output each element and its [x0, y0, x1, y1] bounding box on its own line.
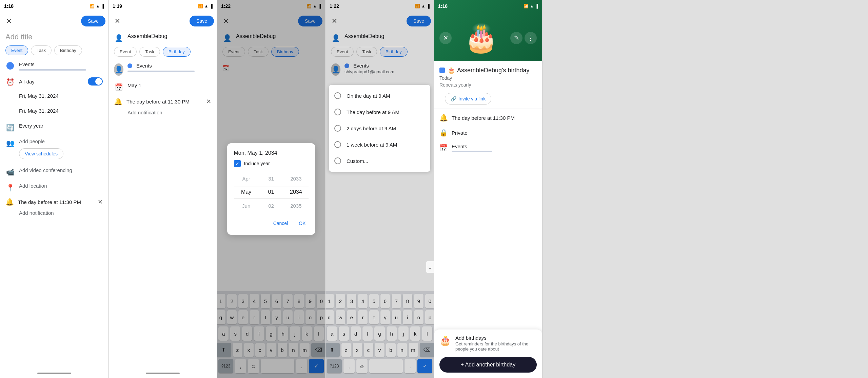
- year-col[interactable]: 2033 2034 2035: [283, 172, 308, 213]
- add-people-content: Add people View schedules: [19, 138, 103, 160]
- header-right-icons: ✎ ⋮: [510, 32, 537, 44]
- include-year-checkbox[interactable]: ✓: [234, 160, 241, 167]
- invite-label: Invite via link: [458, 96, 486, 101]
- time-5: 1:18: [438, 3, 448, 9]
- notif-option-4[interactable]: 1 week before at 9 AM: [329, 136, 430, 153]
- bottom-nav-1: [0, 368, 108, 378]
- add-another-birthday-btn[interactable]: + Add another birthday: [439, 357, 537, 368]
- date2-label: Fri, May 31, 2024: [19, 108, 59, 114]
- notif-options-box: On the day at 9 AM The day before at 9 A…: [329, 85, 430, 172]
- date1-row[interactable]: Fri, May 31, 2024: [0, 90, 108, 105]
- lock-icon: 🔒: [439, 129, 448, 137]
- cake-emoji: 🎂: [464, 24, 498, 52]
- notif-close-1[interactable]: ✕: [98, 198, 103, 206]
- add-video-row[interactable]: 📹 Add video conferencing: [0, 164, 108, 179]
- tab-task-1[interactable]: Task: [31, 45, 52, 55]
- signal-icon-5: 📶: [524, 4, 529, 8]
- birthday-emoji: 🎂: [448, 67, 455, 74]
- tab-event-2[interactable]: Event: [114, 47, 137, 57]
- user-avatar-1: [6, 62, 14, 70]
- date-picker-overlay: Mon, May 1, 2034 ✓ Include year Apr May …: [217, 0, 325, 378]
- tab-task-2[interactable]: Task: [139, 47, 160, 57]
- save-button-2[interactable]: Save: [190, 16, 214, 26]
- notif-option-label-1: On the day at 9 AM: [347, 93, 390, 99]
- tab-birthday-1[interactable]: Birthday: [54, 45, 82, 55]
- view-schedules-btn[interactable]: View schedules: [19, 148, 63, 159]
- name-content-2[interactable]: AssembleDebug: [127, 33, 211, 39]
- month-col[interactable]: Apr May Jun: [234, 172, 259, 213]
- calendar-row-2: 👤 Events: [108, 59, 217, 79]
- name-row-2: 👤 AssembleDebug: [108, 30, 217, 45]
- video-icon-col: 📹: [5, 167, 15, 176]
- header-actions: ✕ 🎂 ✎ ⋮: [439, 24, 537, 52]
- repeat-icon-col: 🔄: [5, 123, 15, 132]
- close-button-1[interactable]: ✕: [3, 15, 15, 27]
- add-location-row[interactable]: 📍 Add location: [0, 179, 108, 195]
- notif-close-2[interactable]: ✕: [206, 98, 211, 105]
- bell-icon-2: 🔔: [114, 97, 122, 106]
- add-video-label: Add video conferencing: [19, 167, 103, 173]
- allday-row-1: ⏰ All-day: [0, 74, 108, 90]
- notif-option-1[interactable]: On the day at 9 AM: [329, 88, 430, 104]
- close-button-2[interactable]: ✕: [111, 15, 123, 27]
- battery-icon-2: ▐: [210, 4, 213, 8]
- calendar-info-label: Events: [452, 144, 492, 149]
- notif-option-label-2: The day before at 9 AM: [347, 109, 399, 115]
- notif-options-overlay: [326, 0, 434, 378]
- cal-icon-col-2: 📅: [114, 82, 123, 91]
- dialog-ok-btn[interactable]: OK: [296, 219, 308, 228]
- radio-4: [334, 141, 341, 148]
- day-prev: 31: [259, 172, 283, 185]
- status-icons-1: 📶 ▲ ▐: [90, 4, 104, 8]
- calendar-icon-2: 📅: [115, 83, 123, 91]
- date2-row[interactable]: Fri, May 31, 2024: [0, 105, 108, 119]
- person-icon-col-2: 👤: [114, 33, 123, 42]
- home-indicator-1: [37, 373, 71, 374]
- header-edit-btn[interactable]: ✎: [510, 32, 522, 44]
- day-col[interactable]: 31 01 02: [259, 172, 283, 213]
- battery-icon: ▐: [101, 4, 104, 8]
- save-button-1[interactable]: Save: [81, 16, 105, 26]
- bell-icon-1: 🔔: [5, 198, 14, 206]
- calendar-label-1: Events: [19, 61, 103, 67]
- divider-5-1: [434, 109, 542, 109]
- header-close-btn[interactable]: ✕: [439, 32, 452, 44]
- calendar-icon-col: [5, 61, 15, 70]
- bottom-card-5: 🎂 Add birthdays Get reminders for the bi…: [434, 329, 542, 368]
- add-people-row[interactable]: 👥 Add people View schedules: [0, 135, 108, 164]
- notif-option-2[interactable]: The day before at 9 AM: [329, 104, 430, 120]
- time-1: 1:18: [4, 3, 14, 9]
- birthday-repeat: Repeats yearly: [434, 82, 542, 90]
- day-next: 02: [259, 200, 283, 212]
- include-year-row[interactable]: ✓ Include year: [234, 160, 309, 167]
- allday-label: All-day: [19, 79, 35, 84]
- calendar-content-2: Events: [127, 63, 211, 72]
- tab-row-1: Event Task Birthday: [0, 44, 108, 58]
- month-prev: Apr: [234, 172, 259, 185]
- add-notification-2[interactable]: Add notification: [108, 108, 217, 117]
- title-input-1[interactable]: Add title: [0, 30, 108, 44]
- invite-btn[interactable]: 🔗 Invite via link: [445, 93, 491, 105]
- month-next: Jun: [234, 200, 259, 212]
- bell-icon-5: 🔔: [439, 114, 448, 122]
- date-picker-dialog: Mon, May 1, 2034 ✓ Include year Apr May …: [227, 143, 315, 235]
- wifi-icon-5: ▲: [530, 4, 534, 8]
- wifi-icon: ▲: [96, 4, 100, 8]
- notif-option-5[interactable]: Custom...: [329, 153, 430, 169]
- scroll-down-arrow[interactable]: ⌄: [426, 261, 434, 273]
- date-picker-columns[interactable]: Apr May Jun 31 01 02 2033 2034 2035: [234, 172, 309, 213]
- header-more-btn[interactable]: ⋮: [525, 32, 537, 44]
- panel-2: 1:19 📶 ▲ ▐ ✕ Save 👤 AssembleDebug Event …: [108, 0, 217, 378]
- dialog-cancel-btn[interactable]: Cancel: [271, 219, 291, 228]
- tab-row-2: Event Task Birthday: [108, 45, 217, 59]
- allday-toggle[interactable]: [88, 77, 103, 86]
- date-content-2[interactable]: May 1: [127, 82, 211, 88]
- notif-option-3[interactable]: 2 days before at 9 AM: [329, 120, 430, 136]
- video-icon: 📹: [6, 168, 15, 176]
- tab-birthday-2[interactable]: Birthday: [163, 47, 191, 57]
- tab-event-1[interactable]: Event: [5, 45, 28, 55]
- events-bar-1: [19, 69, 86, 71]
- add-notification-1[interactable]: Add notification: [0, 209, 108, 217]
- status-icons-2: 📶 ▲ ▐: [198, 4, 213, 8]
- add-birthdays-desc: Get reminders for the birthdays of the p…: [455, 341, 537, 352]
